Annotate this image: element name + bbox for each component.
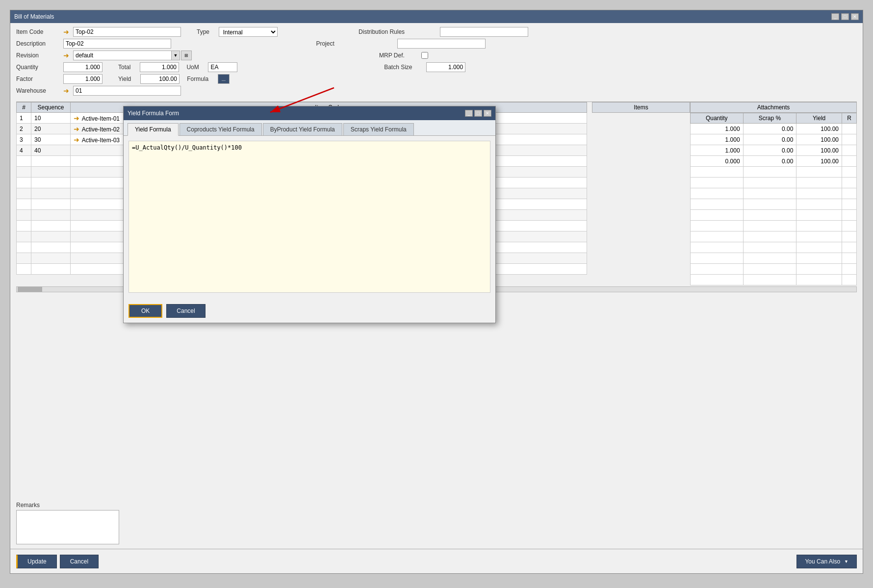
project-label: Project [316,40,394,47]
item-code-input[interactable] [73,27,181,37]
revision-label: Revision [16,52,60,59]
modal-ok-button[interactable]: OK [128,304,162,318]
revision-arrow-icon: ➜ [63,51,69,59]
table-row[interactable] [691,167,857,178]
yield-formula-dialog: Yield Formula Form _ □ ✕ Yield Formula C… [123,106,496,323]
bottom-bar: Update Cancel You Can Also [10,549,863,573]
form-row-factor: Factor Yield Formula ... [16,74,857,84]
main-window: Bill of Materials _ □ ✕ Item Code ➜ Type… [10,10,863,574]
project-input[interactable] [397,39,486,49]
table-row[interactable]: 1.000 0.00 100.00 [691,124,857,134]
cell-seq: 10 [31,113,71,124]
cell-num: 3 [17,134,31,145]
table-row[interactable] [691,199,857,210]
table-row[interactable] [691,188,857,199]
tab-coproducts-yield-formula[interactable]: Coproducts Yield Formula [180,123,262,135]
att-r [842,145,857,156]
att-quantity: 1.000 [691,124,744,134]
cell-num: 1 [17,113,31,124]
scrollbar-thumb [18,287,42,292]
table-row[interactable]: 0.000 0.00 100.00 [691,156,857,167]
att-r [842,134,857,145]
att-yield: 100.00 [796,134,842,145]
revision-browse-button[interactable]: ⊞ [181,51,192,60]
total-label: Total [118,64,130,71]
minimize-button[interactable]: _ [831,13,839,20]
mrp-def-checkbox[interactable] [421,52,428,59]
update-button[interactable]: Update [16,555,57,568]
quantity-input[interactable] [63,62,103,72]
modal-footer: OK Cancel [124,299,495,323]
items-header-section: Items [592,102,690,113]
type-select[interactable]: Internal [219,27,278,37]
cancel-button[interactable]: Cancel [60,555,99,568]
distribution-rules-input[interactable] [440,27,528,37]
modal-tabs: Yield Formula Coproducts Yield Formula B… [124,120,495,136]
att-scrap: 0.00 [743,124,796,134]
revision-dropdown-button[interactable]: ▼ [171,51,180,60]
description-label: Description [16,40,60,47]
table-row[interactable] [691,210,857,221]
restore-button[interactable]: □ [841,13,849,20]
attachments-table: Quantity Scrap % Yield R 1.000 0.00 100.… [690,113,857,285]
yield-input[interactable] [140,74,180,84]
factor-input[interactable] [63,74,103,84]
modal-close-button[interactable]: ✕ [484,110,491,117]
warehouse-input[interactable] [73,86,181,96]
batch-size-input[interactable] [426,62,465,72]
col-quantity: Quantity [691,113,744,124]
table-row[interactable] [691,221,857,231]
cell-num: 4 [17,145,31,156]
table-row[interactable] [691,253,857,264]
table-row[interactable]: 1.000 0.00 100.00 [691,145,857,156]
modal-restore-button[interactable]: □ [474,110,482,117]
remarks-label: Remarks [16,502,119,509]
bottom-left-buttons: Update Cancel [16,555,99,568]
quantity-label: Quantity [16,64,60,71]
warehouse-arrow-icon: ➜ [63,87,69,95]
factor-label: Factor [16,76,60,82]
attachments-section: Attachments Quantity Scrap % Yield R 1.0… [690,102,857,285]
title-bar-buttons: _ □ ✕ [831,13,859,20]
remarks-section: Remarks [16,502,119,546]
uom-label: UoM [186,64,199,71]
items-section-header: Items [592,102,690,113]
table-row[interactable] [691,242,857,253]
att-yield: 100.00 [796,145,842,156]
mrp-def-label: MRP Def. [379,52,418,59]
table-row[interactable] [691,231,857,242]
batch-size-label: Batch Size [384,64,423,71]
att-scrap: 0.00 [743,134,796,145]
tab-byproduct-yield-formula[interactable]: ByProduct Yield Formula [263,123,342,135]
you-can-also-button[interactable]: You Can Also [796,555,857,568]
modal-title: Yield Formula Form [128,110,179,117]
tab-scraps-yield-formula[interactable]: Scraps Yield Formula [343,123,414,135]
total-input[interactable] [140,62,179,72]
form-row-quantity: Quantity Total UoM Batch Size [16,62,857,72]
table-row[interactable] [691,275,857,285]
description-input[interactable] [63,39,171,49]
att-quantity: 1.000 [691,134,744,145]
cell-seq: 40 [31,145,71,156]
item-code-arrow-icon: ➜ [63,28,69,36]
modal-cancel-button[interactable]: Cancel [166,304,205,318]
cell-seq: 20 [31,124,71,134]
modal-minimize-button[interactable]: _ [465,110,473,117]
uom-input[interactable] [208,62,237,72]
close-button[interactable]: ✕ [851,13,859,20]
remarks-textarea[interactable] [16,510,119,544]
modal-title-buttons: _ □ ✕ [465,110,491,117]
modal-body: =U_ActualQty()/U_Quantity()*100 [124,136,495,299]
attachments-header: Attachments [690,102,857,113]
table-row[interactable] [691,178,857,188]
att-yield: 100.00 [796,124,842,134]
att-quantity: 0.000 [691,156,744,167]
revision-input[interactable] [73,51,171,60]
tab-yield-formula[interactable]: Yield Formula [128,123,179,136]
formula-textarea[interactable]: =U_ActualQty()/U_Quantity()*100 [128,141,490,293]
col-scrap: Scrap % [743,113,796,124]
table-row[interactable]: 1.000 0.00 100.00 [691,134,857,145]
formula-dots-button[interactable]: ... [218,74,230,84]
type-label: Type [197,28,209,35]
table-row[interactable] [691,264,857,275]
